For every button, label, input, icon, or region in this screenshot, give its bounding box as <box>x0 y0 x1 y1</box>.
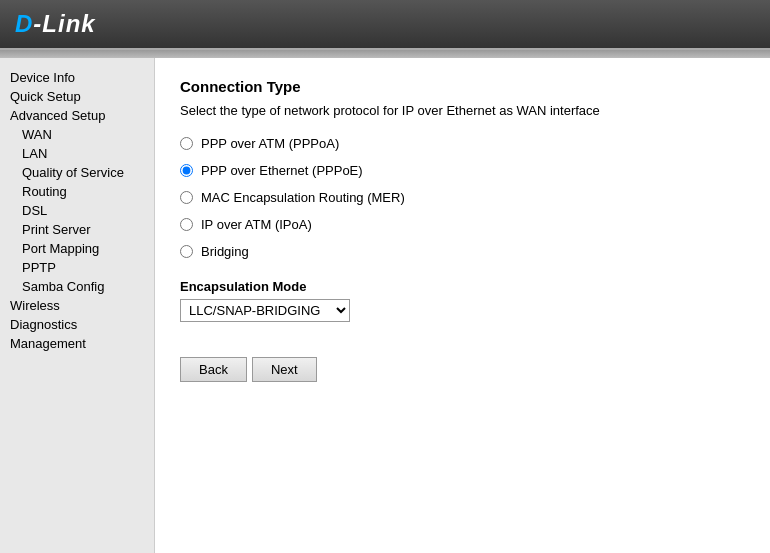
radio-option-pppoa: PPP over ATM (PPPoA) <box>180 136 745 151</box>
radio-option-bridging: Bridging <box>180 244 745 259</box>
sidebar-item-routing[interactable]: Routing <box>0 182 154 201</box>
button-bar: Back Next <box>180 357 745 382</box>
radio-option-mer: MAC Encapsulation Routing (MER) <box>180 190 745 205</box>
radio-label-mer[interactable]: MAC Encapsulation Routing (MER) <box>201 190 405 205</box>
main-content: Connection Type Select the type of netwo… <box>155 58 770 553</box>
sidebar-item-quick-setup[interactable]: Quick Setup <box>0 87 154 106</box>
radio-pppoe[interactable] <box>180 164 193 177</box>
sidebar-item-advanced-setup[interactable]: Advanced Setup <box>0 106 154 125</box>
encapsulation-select[interactable]: LLC/SNAP-BRIDGINGVC/MUX <box>180 299 350 322</box>
back-button[interactable]: Back <box>180 357 247 382</box>
radio-label-ipoa[interactable]: IP over ATM (IPoA) <box>201 217 312 232</box>
radio-options: PPP over ATM (PPPoA)PPP over Ethernet (P… <box>180 136 745 259</box>
sidebar-item-quality-of-service[interactable]: Quality of Service <box>0 163 154 182</box>
radio-bridging[interactable] <box>180 245 193 258</box>
radio-label-pppoe[interactable]: PPP over Ethernet (PPPoE) <box>201 163 363 178</box>
sidebar-item-samba-config[interactable]: Samba Config <box>0 277 154 296</box>
logo-d: D <box>15 10 33 37</box>
sidebar-item-pptp[interactable]: PPTP <box>0 258 154 277</box>
radio-option-pppoe: PPP over Ethernet (PPPoE) <box>180 163 745 178</box>
header-separator <box>0 50 770 58</box>
sidebar-item-print-server[interactable]: Print Server <box>0 220 154 239</box>
radio-pppoa[interactable] <box>180 137 193 150</box>
page-description: Select the type of network protocol for … <box>180 103 745 118</box>
sidebar-item-lan[interactable]: LAN <box>0 144 154 163</box>
sidebar-item-dsl[interactable]: DSL <box>0 201 154 220</box>
sidebar: Device InfoQuick SetupAdvanced SetupWANL… <box>0 58 155 553</box>
radio-ipoa[interactable] <box>180 218 193 231</box>
next-button[interactable]: Next <box>252 357 317 382</box>
sidebar-item-wan[interactable]: WAN <box>0 125 154 144</box>
sidebar-item-device-info[interactable]: Device Info <box>0 68 154 87</box>
radio-label-bridging[interactable]: Bridging <box>201 244 249 259</box>
dlink-logo: D-Link <box>15 10 96 38</box>
radio-mer[interactable] <box>180 191 193 204</box>
sidebar-item-diagnostics[interactable]: Diagnostics <box>0 315 154 334</box>
radio-option-ipoa: IP over ATM (IPoA) <box>180 217 745 232</box>
main-layout: Device InfoQuick SetupAdvanced SetupWANL… <box>0 58 770 553</box>
sidebar-item-wireless[interactable]: Wireless <box>0 296 154 315</box>
encapsulation-section: Encapsulation Mode LLC/SNAP-BRIDGINGVC/M… <box>180 279 745 322</box>
sidebar-item-port-mapping[interactable]: Port Mapping <box>0 239 154 258</box>
page-title: Connection Type <box>180 78 745 95</box>
header: D-Link <box>0 0 770 50</box>
sidebar-item-management[interactable]: Management <box>0 334 154 353</box>
encapsulation-label: Encapsulation Mode <box>180 279 745 294</box>
radio-label-pppoa[interactable]: PPP over ATM (PPPoA) <box>201 136 339 151</box>
